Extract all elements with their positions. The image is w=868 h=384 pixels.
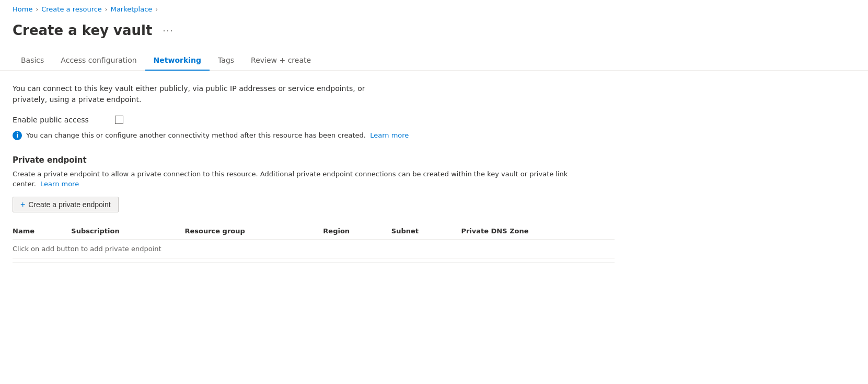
info-icon: i	[13, 131, 22, 140]
breadcrumb-separator-1: ›	[36, 6, 38, 13]
col-subnet: Subnet	[391, 223, 461, 240]
col-region: Region	[323, 223, 391, 240]
tab-basics[interactable]: Basics	[13, 51, 52, 71]
table-empty-message: Click on add button to add private endpo…	[13, 239, 615, 258]
info-text: You can change this or configure another…	[26, 130, 409, 141]
tab-networking[interactable]: Networking	[145, 51, 210, 71]
info-row: i You can change this or configure anoth…	[13, 130, 615, 141]
tab-tags[interactable]: Tags	[210, 51, 242, 71]
more-options-button[interactable]: ···	[158, 23, 178, 38]
tab-review-create[interactable]: Review + create	[242, 51, 319, 71]
learn-more-link-2[interactable]: Learn more	[40, 180, 79, 188]
col-private-dns-zone: Private DNS Zone	[461, 223, 615, 240]
create-private-endpoint-button[interactable]: + Create a private endpoint	[13, 197, 119, 212]
plus-icon: +	[20, 200, 25, 209]
more-options-icon: ···	[163, 25, 173, 36]
col-subscription: Subscription	[71, 223, 184, 240]
col-resource-group: Resource group	[184, 223, 323, 240]
learn-more-link-1[interactable]: Learn more	[370, 131, 409, 139]
table-empty-row: Click on add button to add private endpo…	[13, 239, 615, 258]
networking-content: You can connect to this key vault either…	[0, 83, 627, 263]
breadcrumb: Home › Create a resource › Marketplace ›	[0, 0, 868, 18]
table-divider	[13, 263, 615, 263]
page-title: Create a key vault	[13, 22, 152, 38]
col-name: Name	[13, 223, 71, 240]
create-private-endpoint-label: Create a private endpoint	[28, 200, 110, 209]
breadcrumb-marketplace[interactable]: Marketplace	[111, 5, 153, 13]
page-header: Create a key vault ···	[0, 18, 868, 51]
enable-public-access-row: Enable public access	[13, 116, 615, 124]
tab-access-configuration[interactable]: Access configuration	[52, 51, 145, 71]
private-endpoint-section: Private endpoint Create a private endpoi…	[13, 155, 615, 263]
breadcrumb-separator-3: ›	[155, 6, 158, 13]
tabs-container: Basics Access configuration Networking T…	[0, 51, 868, 71]
enable-public-access-label: Enable public access	[13, 116, 107, 124]
private-endpoint-title: Private endpoint	[13, 155, 615, 165]
private-endpoint-description: Create a private endpoint to allow a pri…	[13, 169, 587, 189]
breadcrumb-create-resource[interactable]: Create a resource	[41, 5, 102, 13]
networking-description: You can connect to this key vault either…	[13, 83, 378, 105]
breadcrumb-home[interactable]: Home	[13, 5, 32, 13]
breadcrumb-separator-2: ›	[105, 6, 108, 13]
enable-public-access-checkbox[interactable]	[115, 116, 123, 124]
private-endpoints-table: Name Subscription Resource group Region …	[13, 223, 615, 258]
